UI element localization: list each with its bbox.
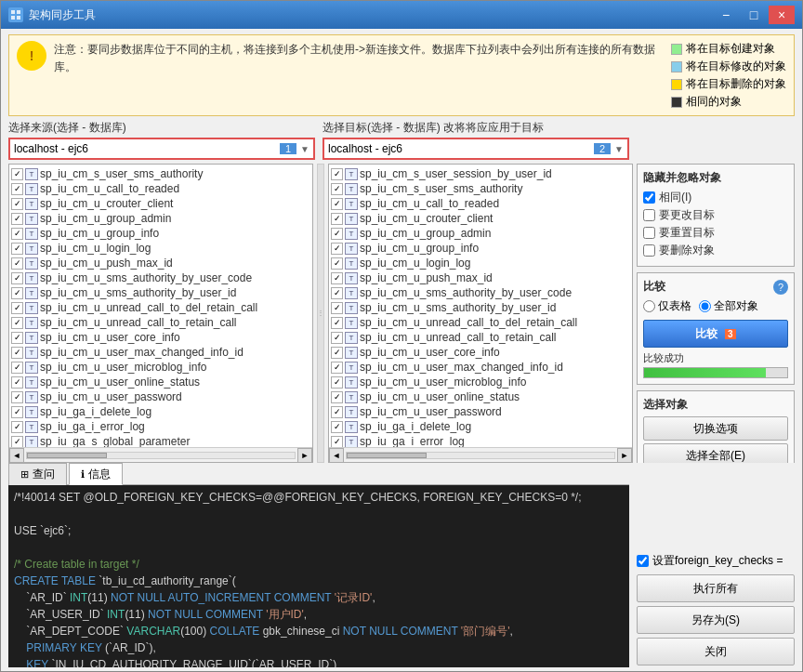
execute-all-button[interactable]: 执行所有 — [637, 574, 795, 602]
tree-table-item[interactable]: ✓ T sp_iu_cm_u_sms_authority_by_user_cod… — [331, 285, 630, 300]
table-check[interactable]: ✓ — [11, 257, 23, 270]
compare-all-radio[interactable] — [699, 300, 711, 312]
target-tree-hscroll[interactable]: ◄ ► — [329, 447, 632, 462]
table-check[interactable]: ✓ — [11, 376, 23, 389]
table-check[interactable]: ✓ — [331, 317, 343, 329]
source-hscroll-track[interactable] — [26, 452, 296, 459]
table-check[interactable]: ✓ — [11, 272, 23, 284]
source-combo[interactable]: localhost - ejc6 1 ▼ — [8, 138, 315, 160]
close-window-button[interactable]: × — [769, 6, 795, 24]
compare-table-only[interactable]: 仅表格 — [643, 298, 691, 314]
tree-table-item[interactable]: ✓ T sp_iu_cm_u_call_to_readed — [331, 196, 630, 211]
tree-table-item[interactable]: ✓ T sp_iu_cm_u_push_max_id — [11, 256, 310, 270]
tree-table-item[interactable]: ✓ T sp_iu_cm_u_group_info — [11, 226, 310, 241]
hide-update-checkbox[interactable] — [643, 209, 655, 221]
tree-table-item[interactable]: ✓ T sp_iu_cm_s_user_sms_authority — [331, 181, 630, 196]
tree-table-item[interactable]: ✓ T sp_iu_cm_u_user_max_changed_info_id — [331, 360, 630, 375]
table-check[interactable]: ✓ — [331, 332, 343, 344]
target-combo[interactable]: localhost - ejc6 2 ▼ — [323, 138, 629, 160]
table-check[interactable]: ✓ — [11, 347, 23, 359]
tree-table-item[interactable]: ✓ T sp_iu_cm_u_user_online_status — [331, 389, 630, 404]
target-hscroll-track[interactable] — [346, 452, 615, 459]
table-check[interactable]: ✓ — [11, 168, 23, 180]
hide-delete-checkbox[interactable] — [643, 244, 655, 257]
tree-table-item[interactable]: ✓ T sp_iu_cm_u_group_admin — [11, 211, 310, 226]
table-check[interactable]: ✓ — [331, 287, 343, 299]
table-check[interactable]: ✓ — [331, 391, 343, 403]
tab-query[interactable]: ⊞ 查问 — [8, 463, 67, 485]
table-check[interactable]: ✓ — [11, 228, 23, 240]
compare-button[interactable]: 比较 3 — [643, 320, 788, 348]
tree-table-item[interactable]: ✓ T sp_iu_cm_u_login_log — [331, 256, 630, 270]
tree-table-item[interactable]: ✓ T sp_iu_cm_u_user_max_changed_info_id — [11, 345, 310, 360]
tree-table-item[interactable]: ✓ T sp_iu_cm_s_user_sms_authority — [11, 166, 310, 181]
table-check[interactable]: ✓ — [11, 332, 23, 344]
tree-table-item[interactable]: ✓ T sp_iu_ga_i_delete_log — [11, 404, 310, 419]
tree-table-item[interactable]: ✓ T sp_iu_cm_u_user_microblog_info — [331, 375, 630, 389]
close-button[interactable]: 关闭 — [637, 638, 795, 665]
compare-help-button[interactable]: ? — [773, 280, 788, 295]
minimize-button[interactable]: − — [713, 6, 739, 24]
tree-table-item[interactable]: ✓ T sp_iu_cm_u_unread_call_to_retain_cal… — [331, 330, 630, 345]
maximize-button[interactable]: □ — [741, 6, 767, 24]
hide-update-item[interactable]: 要更改目标 — [643, 207, 788, 223]
tree-table-item[interactable]: ✓ T sp_iu_ga_i_error_log — [11, 419, 310, 434]
fk-checks-item[interactable]: 设置foreign_key_checks = — [637, 553, 795, 569]
target-tree-content[interactable]: ✓ T sp_iu_cm_s_user_session_by_user_id ✓… — [329, 165, 632, 447]
source-hscroll-right[interactable]: ► — [297, 448, 312, 463]
table-check[interactable]: ✓ — [331, 272, 343, 284]
table-check[interactable]: ✓ — [331, 436, 343, 448]
save-as-button[interactable]: 另存为(S) — [637, 606, 795, 634]
target-hscroll-right[interactable]: ► — [617, 448, 632, 463]
select-all-button[interactable]: 选择全部(E) — [643, 443, 788, 463]
table-check[interactable]: ✓ — [331, 257, 343, 270]
table-check[interactable]: ✓ — [331, 228, 343, 240]
tree-table-item[interactable]: ✓ T sp_iu_cm_u_sms_authority_by_user_id — [331, 300, 630, 315]
table-check[interactable]: ✓ — [331, 243, 343, 255]
tree-table-item[interactable]: ✓ T sp_iu_cm_u_unread_call_to_retain_cal… — [11, 315, 310, 330]
table-check[interactable]: ✓ — [11, 183, 23, 195]
tree-table-item[interactable]: ✓ T sp_iu_cm_s_user_session_by_user_id — [331, 166, 630, 181]
fk-checks-checkbox[interactable] — [637, 555, 649, 567]
tree-table-item[interactable]: ✓ T sp_iu_cm_u_login_log — [11, 241, 310, 256]
table-check[interactable]: ✓ — [11, 287, 23, 299]
tree-table-item[interactable]: ✓ T sp_iu_cm_u_unread_call_to_del_retain… — [331, 315, 630, 330]
hide-same-item[interactable]: 相同(I) — [643, 190, 788, 205]
code-area[interactable]: /*!40014 SET @OLD_FOREIGN_KEY_CHECKS=@@F… — [8, 485, 629, 667]
table-check[interactable]: ✓ — [11, 317, 23, 329]
table-check[interactable]: ✓ — [331, 362, 343, 374]
table-check[interactable]: ✓ — [331, 183, 343, 195]
compare-all-objects[interactable]: 全部对象 — [699, 298, 758, 314]
table-check[interactable]: ✓ — [11, 436, 23, 448]
table-check[interactable]: ✓ — [11, 362, 23, 374]
source-hscroll-left[interactable]: ◄ — [9, 448, 24, 463]
tree-table-item[interactable]: ✓ T sp_iu_cm_u_crouter_client — [11, 196, 310, 211]
compare-table-only-radio[interactable] — [643, 300, 655, 312]
hide-same-checkbox[interactable] — [643, 191, 655, 204]
table-check[interactable]: ✓ — [331, 302, 343, 314]
table-check[interactable]: ✓ — [331, 406, 343, 418]
table-check[interactable]: ✓ — [331, 347, 343, 359]
tree-table-item[interactable]: ✓ T sp_iu_cm_u_user_core_info — [331, 345, 630, 360]
tree-table-item[interactable]: ✓ T sp_iu_cm_u_user_password — [331, 404, 630, 419]
table-check[interactable]: ✓ — [331, 198, 343, 210]
hide-reset-item[interactable]: 要重置目标 — [643, 225, 788, 241]
tree-table-item[interactable]: ✓ T sp_iu_ga_i_error_log — [331, 434, 630, 447]
table-check[interactable]: ✓ — [331, 213, 343, 225]
tab-info[interactable]: ℹ 信息 — [69, 463, 123, 485]
table-check[interactable]: ✓ — [11, 243, 23, 255]
tree-table-item[interactable]: ✓ T sp_iu_cm_u_sms_authority_by_user_cod… — [11, 270, 310, 285]
tree-divider[interactable]: ⋮ — [317, 164, 324, 463]
table-check[interactable]: ✓ — [11, 302, 23, 314]
target-hscroll-left[interactable]: ◄ — [329, 448, 344, 463]
table-check[interactable]: ✓ — [11, 391, 23, 403]
tree-table-item[interactable]: ✓ T sp_iu_ga_i_delete_log — [331, 419, 630, 434]
tree-table-item[interactable]: ✓ T sp_iu_cm_u_user_password — [11, 389, 310, 404]
table-check[interactable]: ✓ — [11, 421, 23, 433]
tree-table-item[interactable]: ✓ T sp_iu_cm_u_group_info — [331, 241, 630, 256]
tree-table-item[interactable]: ✓ T sp_iu_cm_u_group_admin — [331, 226, 630, 241]
table-check[interactable]: ✓ — [331, 421, 343, 433]
table-check[interactable]: ✓ — [11, 198, 23, 210]
hide-delete-item[interactable]: 要删除对象 — [643, 243, 788, 258]
hide-reset-checkbox[interactable] — [643, 227, 655, 239]
